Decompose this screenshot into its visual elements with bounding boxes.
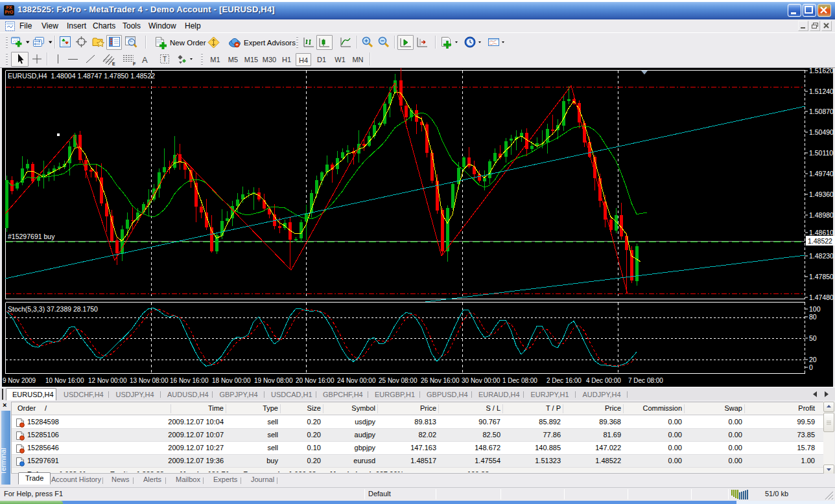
svg-text:30 Nov 00:00: 30 Nov 00:00 [462, 377, 500, 384]
svg-text:1 Dec 08:00: 1 Dec 08:00 [502, 377, 537, 384]
svg-text:13 Nov 08:00: 13 Nov 08:00 [130, 377, 169, 384]
svg-text:26 Nov 16:00: 26 Nov 16:00 [421, 377, 460, 384]
svg-text:19 Nov 08:00: 19 Nov 08:00 [254, 377, 293, 384]
svg-text:18 Nov 00:00: 18 Nov 00:00 [212, 377, 251, 384]
svg-text:1.49360: 1.49360 [809, 190, 834, 198]
svg-text:1.48522: 1.48522 [808, 237, 832, 245]
svg-text:0: 0 [809, 363, 813, 371]
svg-text:4 Dec 00:00: 4 Dec 00:00 [586, 377, 621, 384]
svg-text:100: 100 [809, 305, 821, 313]
svg-text:9 Nov 2009: 9 Nov 2009 [3, 377, 36, 384]
svg-text:24 Nov 00:00: 24 Nov 00:00 [337, 377, 376, 384]
svg-text:Stoch(5,3,3) 37.2389 28.1750: Stoch(5,3,3) 37.2389 28.1750 [8, 305, 98, 313]
svg-text:1.47850: 1.47850 [809, 273, 834, 281]
svg-text:7 Dec 08:00: 7 Dec 08:00 [628, 377, 663, 384]
svg-text:2 Dec 16:00: 2 Dec 16:00 [547, 377, 582, 384]
svg-text:20: 20 [809, 356, 817, 363]
svg-text:25 Nov 08:00: 25 Nov 08:00 [379, 377, 418, 384]
svg-text:1.51240: 1.51240 [809, 87, 834, 95]
svg-text:12 Nov 00:00: 12 Nov 00:00 [88, 377, 127, 384]
svg-text:1.50870: 1.50870 [809, 108, 834, 115]
svg-text:Terminal: Terminal [1, 448, 7, 475]
svg-text:1.48230: 1.48230 [809, 252, 834, 260]
svg-text:1.50110: 1.50110 [809, 149, 833, 157]
svg-text:F: F [133, 62, 136, 66]
svg-text:1.49740: 1.49740 [809, 170, 834, 178]
svg-text:#15297691 buy: #15297691 buy [8, 233, 55, 240]
svg-text:E: E [112, 62, 115, 66]
svg-text:T: T [163, 56, 167, 63]
svg-text:1.50490: 1.50490 [809, 128, 834, 136]
svg-text:1.47480: 1.47480 [809, 293, 834, 301]
svg-text:10 Nov 16:00: 10 Nov 16:00 [45, 377, 84, 384]
svg-text:1.51620: 1.51620 [809, 68, 834, 74]
svg-text:EURUSD,H4 1.48004 1.48747 1.4: EURUSD,H4 1.48004 1.48747 1.47850 1.4852… [8, 72, 155, 80]
svg-text:1.48980: 1.48980 [809, 211, 834, 219]
svg-text:20 Nov 16:00: 20 Nov 16:00 [296, 377, 335, 384]
svg-text:80: 80 [809, 313, 817, 321]
svg-text:16 Nov 16:00: 16 Nov 16:00 [170, 377, 209, 384]
svg-text:1.48610: 1.48610 [809, 229, 834, 236]
svg-text:50: 50 [809, 334, 817, 342]
